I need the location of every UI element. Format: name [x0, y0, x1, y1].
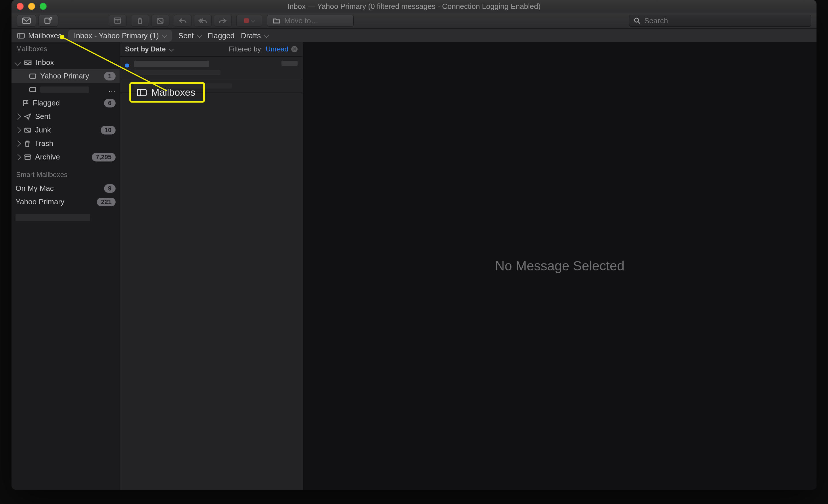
- message-reader: No Message Selected: [303, 42, 817, 490]
- message-row-content: [134, 61, 276, 75]
- junk-button[interactable]: [151, 15, 169, 27]
- folder-move-icon: [273, 18, 280, 24]
- redacted-preview: [134, 70, 220, 75]
- favorite-sent-label: Sent: [178, 31, 194, 40]
- svg-rect-15: [25, 155, 31, 156]
- delete-button[interactable]: [131, 15, 149, 27]
- clear-filter-button[interactable]: ✕: [291, 46, 298, 52]
- reply-all-button[interactable]: [194, 15, 212, 27]
- chevron-down-icon: [251, 19, 255, 23]
- sidebar-item-archive[interactable]: Archive 7,295: [11, 150, 120, 164]
- paperplane-icon: [24, 113, 31, 120]
- sidebar-item-sent[interactable]: Sent: [11, 110, 120, 123]
- sidebar-flagged-count: 6: [104, 99, 116, 107]
- sidebar-item-flagged[interactable]: Flagged 6: [11, 96, 120, 110]
- svg-line-6: [157, 19, 163, 23]
- sidebar-item-smart-onmymac[interactable]: On My Mac 9: [11, 182, 120, 195]
- callout-anchor-dot: [60, 35, 65, 39]
- sidebar-section-mailboxes: Mailboxes: [11, 42, 120, 56]
- flag-icon: [23, 100, 29, 106]
- svg-rect-11: [30, 74, 36, 78]
- content-area: Mailboxes Inbox Yahoo Primary 1: [11, 42, 817, 490]
- mailboxes-toggle[interactable]: Mailboxes: [17, 31, 62, 40]
- disclosure-right-icon[interactable]: [15, 127, 21, 133]
- sidebar-smart-onmymac-count: 9: [104, 184, 116, 193]
- disclosure-right-icon[interactable]: [15, 140, 21, 147]
- redacted-time: [282, 61, 298, 66]
- chevron-down-icon: [169, 47, 174, 52]
- svg-rect-16: [25, 156, 30, 159]
- sidebar-flagged-label: Flagged: [33, 99, 60, 107]
- message-row[interactable]: [120, 57, 303, 79]
- callout-mailboxes: Mailboxes: [129, 82, 205, 103]
- trash-icon: [24, 140, 31, 147]
- sidebar-junk-count: 10: [100, 126, 116, 134]
- redacted-sender: [134, 61, 209, 67]
- mailbox-sidebar: Mailboxes Inbox Yahoo Primary 1: [11, 42, 120, 490]
- sidebar-inbox-label: Inbox: [36, 58, 54, 67]
- favorite-flagged[interactable]: Flagged: [208, 31, 235, 40]
- favorite-sent[interactable]: Sent: [178, 31, 201, 40]
- reply-button[interactable]: [174, 15, 192, 27]
- archive-button[interactable]: [109, 15, 126, 27]
- sidebar-icon: [17, 33, 25, 39]
- forward-icon: [219, 18, 227, 24]
- junk-box-icon: [24, 127, 31, 133]
- sidebar-item-redacted-account[interactable]: …: [11, 83, 120, 96]
- message-list: Sort by Date Filtered by: Unread ✕: [120, 42, 303, 490]
- svg-rect-9: [18, 33, 25, 38]
- sort-button[interactable]: Sort by Date: [125, 45, 173, 53]
- reply-icon: [178, 18, 187, 24]
- sidebar-item-redacted[interactable]: [11, 212, 120, 224]
- sidebar-yahoo-primary-label: Yahoo Primary: [40, 72, 89, 81]
- chevron-down-icon: [197, 33, 202, 38]
- inbox-icon: [24, 60, 32, 65]
- disclosure-down-icon[interactable]: [15, 59, 21, 66]
- svg-rect-3: [115, 20, 120, 23]
- envelope-icon: [22, 17, 31, 24]
- sidebar-item-inbox[interactable]: Inbox: [11, 56, 120, 69]
- chevron-down-icon: [162, 33, 167, 38]
- sidebar-section-smart: Smart Mailboxes: [11, 168, 120, 182]
- sidebar-yahoo-primary-count: 1: [104, 72, 116, 81]
- toolbar: Move to…: [11, 13, 817, 29]
- favorite-inbox-pill[interactable]: Inbox - Yahoo Primary (1): [68, 30, 172, 42]
- move-to-placeholder: Move to…: [284, 16, 319, 25]
- flag-button[interactable]: [236, 15, 262, 27]
- sidebar-item-smart-yahoo[interactable]: Yahoo Primary 221: [11, 195, 120, 209]
- sidebar-smart-yahoo-count: 221: [97, 198, 116, 206]
- redacted-block: [15, 214, 90, 221]
- sidebar-smart-onmymac-label: On My Mac: [15, 184, 54, 193]
- forward-button[interactable]: [214, 15, 232, 27]
- search-icon: [634, 17, 640, 24]
- sidebar-item-trash[interactable]: Trash: [11, 137, 120, 150]
- sidebar-item-yahoo-primary[interactable]: Yahoo Primary 1: [11, 69, 120, 83]
- window-title: Inbox — Yahoo Primary (0 filtered messag…: [11, 2, 817, 11]
- junk-icon: [157, 17, 164, 24]
- sidebar-redacted-label: [40, 87, 89, 93]
- sidebar-trash-label: Trash: [35, 139, 53, 148]
- get-mail-button[interactable]: [17, 15, 36, 27]
- sidebar-smart-yahoo-label: Yahoo Primary: [15, 197, 65, 206]
- disclosure-right-icon[interactable]: [15, 113, 21, 120]
- filter-value[interactable]: Unread: [266, 45, 288, 53]
- sidebar-sent-label: Sent: [35, 112, 51, 121]
- mailbox-icon: [29, 74, 36, 79]
- mailboxes-label: Mailboxes: [28, 31, 62, 40]
- flag-icon: [244, 18, 249, 23]
- move-to-field[interactable]: Move to…: [267, 15, 354, 27]
- callout-label: Mailboxes: [151, 87, 195, 98]
- search-field[interactable]: [629, 15, 811, 27]
- sort-label: Sort by Date: [125, 45, 166, 53]
- compose-button[interactable]: [39, 15, 58, 27]
- filter-label: Filtered by:: [229, 45, 263, 53]
- favorite-flagged-label: Flagged: [208, 31, 235, 40]
- sidebar-junk-label: Junk: [35, 126, 51, 134]
- favorite-drafts[interactable]: Drafts: [241, 31, 268, 40]
- unread-dot-icon: [125, 63, 129, 67]
- disclosure-right-icon[interactable]: [15, 154, 21, 161]
- compose-icon: [44, 17, 52, 25]
- favorite-inbox-label: Inbox - Yahoo Primary (1): [74, 31, 159, 40]
- search-input[interactable]: [644, 16, 806, 26]
- sidebar-item-junk[interactable]: Junk 10: [11, 123, 120, 137]
